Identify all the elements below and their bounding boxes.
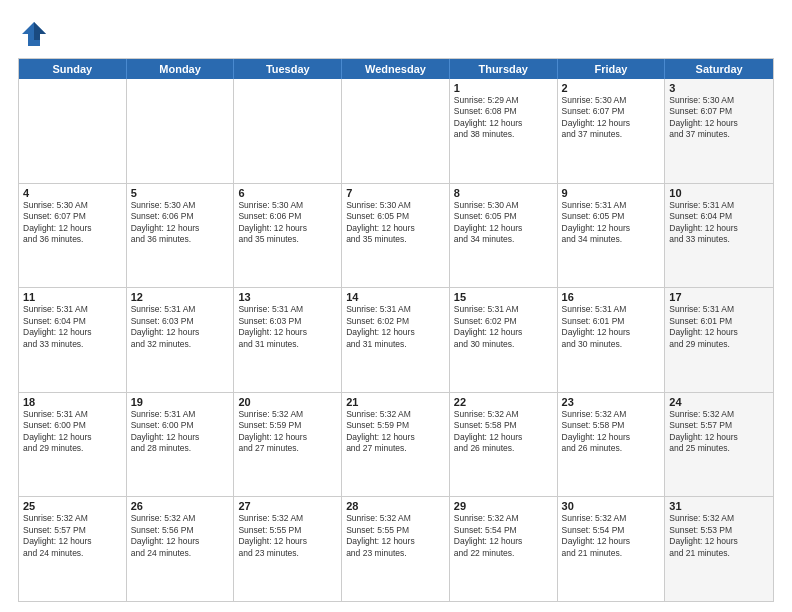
calendar-day-26: 26Sunrise: 5:32 AM Sunset: 5:56 PM Dayli… [127, 497, 235, 601]
logo-icon [18, 18, 50, 50]
day-info: Sunrise: 5:32 AM Sunset: 5:56 PM Dayligh… [131, 513, 230, 559]
calendar-day-13: 13Sunrise: 5:31 AM Sunset: 6:03 PM Dayli… [234, 288, 342, 392]
calendar-day-1: 1Sunrise: 5:29 AM Sunset: 6:08 PM Daylig… [450, 79, 558, 183]
day-number: 10 [669, 187, 769, 199]
calendar-empty-cell [234, 79, 342, 183]
day-info: Sunrise: 5:31 AM Sunset: 6:00 PM Dayligh… [131, 409, 230, 455]
calendar-day-24: 24Sunrise: 5:32 AM Sunset: 5:57 PM Dayli… [665, 393, 773, 497]
day-number: 25 [23, 500, 122, 512]
day-number: 7 [346, 187, 445, 199]
day-info: Sunrise: 5:32 AM Sunset: 5:54 PM Dayligh… [562, 513, 661, 559]
calendar-row-1: 4Sunrise: 5:30 AM Sunset: 6:07 PM Daylig… [19, 183, 773, 288]
logo [18, 18, 54, 50]
header [18, 18, 774, 50]
day-number: 29 [454, 500, 553, 512]
calendar-row-2: 11Sunrise: 5:31 AM Sunset: 6:04 PM Dayli… [19, 287, 773, 392]
calendar-day-23: 23Sunrise: 5:32 AM Sunset: 5:58 PM Dayli… [558, 393, 666, 497]
day-number: 8 [454, 187, 553, 199]
day-info: Sunrise: 5:31 AM Sunset: 6:03 PM Dayligh… [238, 304, 337, 350]
day-info: Sunrise: 5:29 AM Sunset: 6:08 PM Dayligh… [454, 95, 553, 141]
day-number: 18 [23, 396, 122, 408]
calendar-day-6: 6Sunrise: 5:30 AM Sunset: 6:06 PM Daylig… [234, 184, 342, 288]
calendar-body: 1Sunrise: 5:29 AM Sunset: 6:08 PM Daylig… [19, 79, 773, 601]
calendar-day-10: 10Sunrise: 5:31 AM Sunset: 6:04 PM Dayli… [665, 184, 773, 288]
calendar-day-14: 14Sunrise: 5:31 AM Sunset: 6:02 PM Dayli… [342, 288, 450, 392]
day-info: Sunrise: 5:30 AM Sunset: 6:06 PM Dayligh… [238, 200, 337, 246]
day-number: 30 [562, 500, 661, 512]
day-number: 2 [562, 82, 661, 94]
day-info: Sunrise: 5:32 AM Sunset: 5:59 PM Dayligh… [238, 409, 337, 455]
calendar-day-29: 29Sunrise: 5:32 AM Sunset: 5:54 PM Dayli… [450, 497, 558, 601]
calendar: SundayMondayTuesdayWednesdayThursdayFrid… [18, 58, 774, 602]
calendar-empty-cell [127, 79, 235, 183]
day-info: Sunrise: 5:32 AM Sunset: 5:55 PM Dayligh… [346, 513, 445, 559]
day-number: 9 [562, 187, 661, 199]
calendar-day-3: 3Sunrise: 5:30 AM Sunset: 6:07 PM Daylig… [665, 79, 773, 183]
day-number: 16 [562, 291, 661, 303]
day-number: 26 [131, 500, 230, 512]
day-info: Sunrise: 5:32 AM Sunset: 5:58 PM Dayligh… [562, 409, 661, 455]
day-number: 15 [454, 291, 553, 303]
day-number: 5 [131, 187, 230, 199]
calendar-day-30: 30Sunrise: 5:32 AM Sunset: 5:54 PM Dayli… [558, 497, 666, 601]
day-info: Sunrise: 5:31 AM Sunset: 6:02 PM Dayligh… [454, 304, 553, 350]
svg-marker-1 [34, 22, 46, 40]
weekday-header-thursday: Thursday [450, 59, 558, 79]
calendar-day-28: 28Sunrise: 5:32 AM Sunset: 5:55 PM Dayli… [342, 497, 450, 601]
calendar-day-25: 25Sunrise: 5:32 AM Sunset: 5:57 PM Dayli… [19, 497, 127, 601]
day-info: Sunrise: 5:31 AM Sunset: 6:03 PM Dayligh… [131, 304, 230, 350]
calendar-day-31: 31Sunrise: 5:32 AM Sunset: 5:53 PM Dayli… [665, 497, 773, 601]
day-number: 14 [346, 291, 445, 303]
day-info: Sunrise: 5:31 AM Sunset: 6:01 PM Dayligh… [562, 304, 661, 350]
day-number: 4 [23, 187, 122, 199]
weekday-header-saturday: Saturday [665, 59, 773, 79]
weekday-header-sunday: Sunday [19, 59, 127, 79]
day-info: Sunrise: 5:30 AM Sunset: 6:05 PM Dayligh… [454, 200, 553, 246]
day-info: Sunrise: 5:31 AM Sunset: 6:02 PM Dayligh… [346, 304, 445, 350]
day-info: Sunrise: 5:32 AM Sunset: 5:55 PM Dayligh… [238, 513, 337, 559]
day-info: Sunrise: 5:31 AM Sunset: 6:05 PM Dayligh… [562, 200, 661, 246]
day-number: 11 [23, 291, 122, 303]
calendar-day-20: 20Sunrise: 5:32 AM Sunset: 5:59 PM Dayli… [234, 393, 342, 497]
day-info: Sunrise: 5:32 AM Sunset: 5:58 PM Dayligh… [454, 409, 553, 455]
day-info: Sunrise: 5:31 AM Sunset: 6:00 PM Dayligh… [23, 409, 122, 455]
day-number: 22 [454, 396, 553, 408]
calendar-day-2: 2Sunrise: 5:30 AM Sunset: 6:07 PM Daylig… [558, 79, 666, 183]
day-info: Sunrise: 5:30 AM Sunset: 6:05 PM Dayligh… [346, 200, 445, 246]
day-number: 12 [131, 291, 230, 303]
calendar-day-7: 7Sunrise: 5:30 AM Sunset: 6:05 PM Daylig… [342, 184, 450, 288]
calendar-row-3: 18Sunrise: 5:31 AM Sunset: 6:00 PM Dayli… [19, 392, 773, 497]
calendar-day-4: 4Sunrise: 5:30 AM Sunset: 6:07 PM Daylig… [19, 184, 127, 288]
day-info: Sunrise: 5:32 AM Sunset: 5:54 PM Dayligh… [454, 513, 553, 559]
day-info: Sunrise: 5:30 AM Sunset: 6:06 PM Dayligh… [131, 200, 230, 246]
calendar-day-27: 27Sunrise: 5:32 AM Sunset: 5:55 PM Dayli… [234, 497, 342, 601]
day-number: 21 [346, 396, 445, 408]
day-number: 20 [238, 396, 337, 408]
calendar-day-8: 8Sunrise: 5:30 AM Sunset: 6:05 PM Daylig… [450, 184, 558, 288]
calendar-day-5: 5Sunrise: 5:30 AM Sunset: 6:06 PM Daylig… [127, 184, 235, 288]
day-number: 6 [238, 187, 337, 199]
weekday-header-tuesday: Tuesday [234, 59, 342, 79]
day-number: 24 [669, 396, 769, 408]
day-info: Sunrise: 5:30 AM Sunset: 6:07 PM Dayligh… [669, 95, 769, 141]
calendar-day-18: 18Sunrise: 5:31 AM Sunset: 6:00 PM Dayli… [19, 393, 127, 497]
day-number: 31 [669, 500, 769, 512]
calendar-day-19: 19Sunrise: 5:31 AM Sunset: 6:00 PM Dayli… [127, 393, 235, 497]
calendar-day-17: 17Sunrise: 5:31 AM Sunset: 6:01 PM Dayli… [665, 288, 773, 392]
day-number: 17 [669, 291, 769, 303]
calendar-header: SundayMondayTuesdayWednesdayThursdayFrid… [19, 59, 773, 79]
day-number: 27 [238, 500, 337, 512]
calendar-day-11: 11Sunrise: 5:31 AM Sunset: 6:04 PM Dayli… [19, 288, 127, 392]
day-info: Sunrise: 5:31 AM Sunset: 6:04 PM Dayligh… [669, 200, 769, 246]
day-number: 3 [669, 82, 769, 94]
day-number: 28 [346, 500, 445, 512]
calendar-day-9: 9Sunrise: 5:31 AM Sunset: 6:05 PM Daylig… [558, 184, 666, 288]
calendar-empty-cell [342, 79, 450, 183]
weekday-header-wednesday: Wednesday [342, 59, 450, 79]
calendar-day-15: 15Sunrise: 5:31 AM Sunset: 6:02 PM Dayli… [450, 288, 558, 392]
calendar-day-16: 16Sunrise: 5:31 AM Sunset: 6:01 PM Dayli… [558, 288, 666, 392]
day-info: Sunrise: 5:31 AM Sunset: 6:04 PM Dayligh… [23, 304, 122, 350]
calendar-empty-cell [19, 79, 127, 183]
day-number: 23 [562, 396, 661, 408]
calendar-day-22: 22Sunrise: 5:32 AM Sunset: 5:58 PM Dayli… [450, 393, 558, 497]
